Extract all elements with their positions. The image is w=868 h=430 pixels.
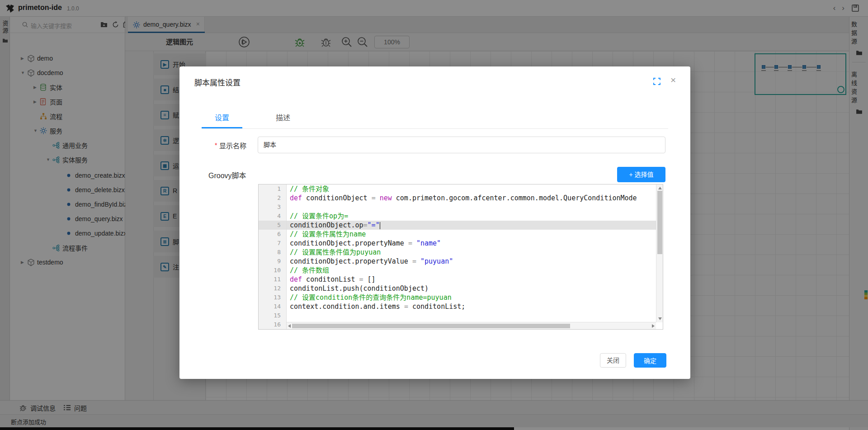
scroll-right-icon[interactable] xyxy=(652,324,655,328)
horizontal-scroll-thumb[interactable] xyxy=(292,324,570,328)
line-number: 14 xyxy=(259,302,287,311)
choose-value-button[interactable]: + 选择值 xyxy=(617,167,665,182)
code-text xyxy=(287,203,663,212)
scroll-up-icon[interactable] xyxy=(658,187,662,189)
code-line-6[interactable]: 6// 设置条件属性为name xyxy=(259,230,663,239)
code-line-7[interactable]: 7conditionObject.propertyName = "name" xyxy=(259,239,663,248)
code-text: conditionObject.propertyValue = "puyuan" xyxy=(287,257,663,266)
code-line-10[interactable]: 10// 条件数组 xyxy=(259,266,663,275)
line-number: 6 xyxy=(259,230,287,239)
code-text: // 设置条件op为= xyxy=(287,212,663,221)
code-text: // 条件数组 xyxy=(287,266,663,275)
code-line-8[interactable]: 8// 设置属性条件值为puyuan xyxy=(259,248,663,257)
line-number: 11 xyxy=(259,275,287,284)
code-text: // 设置属性条件值为puyuan xyxy=(287,248,663,257)
horizontal-scrollbar[interactable] xyxy=(287,322,656,329)
line-number: 5 xyxy=(259,221,287,230)
code-line-13[interactable]: 13// 设置condition条件的查询条件为name=puyuan xyxy=(259,293,663,302)
code-text: // 条件对象 xyxy=(287,184,663,194)
line-number: 8 xyxy=(259,248,287,257)
code-text: def conditionObject = new com.primeton.g… xyxy=(287,194,663,203)
code-text: def conditonList = [] xyxy=(287,275,663,284)
tab-settings[interactable]: 设置 xyxy=(202,112,242,127)
line-number: 13 xyxy=(259,293,287,302)
line-number: 4 xyxy=(259,212,287,221)
application-window: primeton-ide 1.0.0 ‹ › 资源 输入关键字 xyxy=(0,0,868,430)
vertical-scroll-thumb[interactable] xyxy=(657,191,662,254)
display-name-input[interactable]: 脚本 xyxy=(258,137,665,153)
code-text: // 设置条件属性为name xyxy=(287,230,663,239)
close-button[interactable]: 关闭 xyxy=(600,353,626,368)
line-number: 10 xyxy=(259,266,287,275)
code-text: conditionObject.op="=" xyxy=(287,221,663,230)
line-number: 16 xyxy=(259,320,287,329)
code-text: conditionObject.propertyName = "name" xyxy=(287,239,663,248)
display-name-label: 显示名称 xyxy=(219,141,246,150)
close-icon[interactable]: × xyxy=(670,75,676,85)
code-line-9[interactable]: 9conditionObject.propertyValue = "puyuan… xyxy=(259,257,663,266)
groovy-script-label: Groovy脚本 xyxy=(208,170,246,180)
required-mark: * xyxy=(215,142,217,149)
text-cursor xyxy=(380,222,380,229)
code-text xyxy=(287,311,663,320)
script-properties-dialog: 脚本属性设置 × 设置 描述 * 显示名称 脚本 Groovy脚本 + 选择值 … xyxy=(179,66,690,379)
line-number: 3 xyxy=(259,203,287,212)
line-number: 15 xyxy=(259,311,287,320)
code-line-5[interactable]: 5conditionObject.op="=" xyxy=(259,221,663,230)
code-text: context.condition.and.items = conditonLi… xyxy=(287,302,663,311)
fullscreen-icon[interactable] xyxy=(653,78,660,85)
line-number: 2 xyxy=(259,194,287,203)
code-line-3[interactable]: 3 xyxy=(259,203,663,212)
code-line-1[interactable]: 1// 条件对象 xyxy=(259,184,663,194)
code-text: // 设置condition条件的查询条件为name=puyuan xyxy=(287,293,663,302)
code-line-11[interactable]: 11def conditonList = [] xyxy=(259,275,663,284)
line-number: 12 xyxy=(259,284,287,293)
tab-description[interactable]: 描述 xyxy=(263,112,303,127)
code-line-2[interactable]: 2def conditionObject = new com.primeton.… xyxy=(259,194,663,203)
code-text: conditonList.push(conditionObject) xyxy=(287,284,663,293)
line-number: 7 xyxy=(259,239,287,248)
line-number: 1 xyxy=(259,184,287,194)
code-line-15[interactable]: 15 xyxy=(259,311,663,320)
dialog-title: 脚本属性设置 xyxy=(194,76,241,88)
vertical-scrollbar[interactable] xyxy=(656,184,663,322)
code-line-4[interactable]: 4// 设置条件op为= xyxy=(259,212,663,221)
code-line-12[interactable]: 12conditonList.push(conditionObject) xyxy=(259,284,663,293)
scroll-left-icon[interactable] xyxy=(288,324,291,328)
ok-button[interactable]: 确定 xyxy=(634,353,666,368)
groovy-code-editor[interactable]: 1// 条件对象2def conditionObject = new com.p… xyxy=(258,184,663,330)
tab-divider xyxy=(202,128,668,129)
line-number: 9 xyxy=(259,257,287,266)
scroll-down-icon[interactable] xyxy=(658,317,662,320)
code-line-14[interactable]: 14context.condition.and.items = conditon… xyxy=(259,302,663,311)
